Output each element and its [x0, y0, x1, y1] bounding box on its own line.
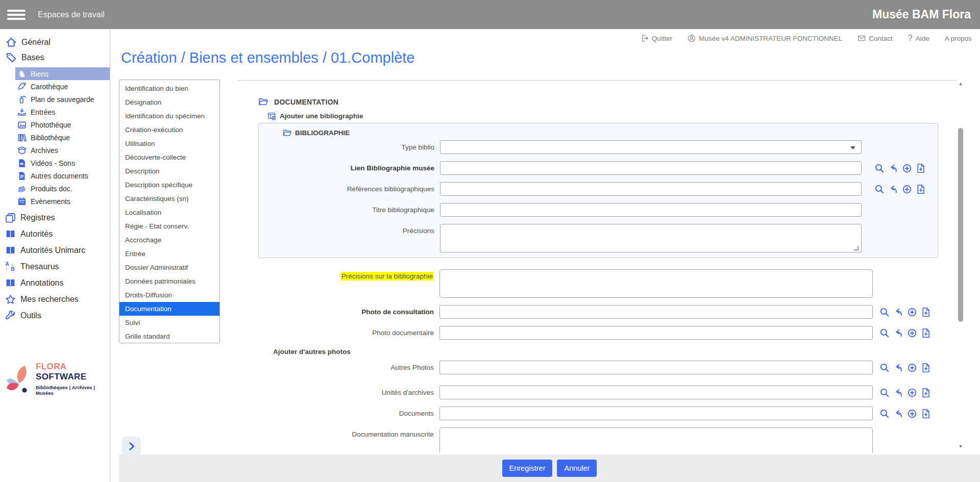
input-documents[interactable] — [439, 407, 873, 420]
section-item-documentation[interactable]: Documentation — [119, 302, 219, 316]
add-circle-icon[interactable] — [907, 328, 917, 338]
add-bibliography-link[interactable]: Ajouter une bibliographie — [267, 112, 957, 120]
sidebar-item-label: Annotations — [20, 278, 64, 288]
contact-link[interactable]: Contact — [857, 34, 893, 42]
section-item-localisation[interactable]: Localisation — [119, 206, 219, 219]
sidebar-item-outils[interactable]: Outils — [0, 308, 110, 324]
search-icon[interactable] — [879, 409, 890, 419]
resize-handle-icon[interactable] — [854, 246, 859, 250]
section-item-decouverte-collecte[interactable]: Découverte-collecte — [119, 150, 219, 164]
section-item-description-specifique[interactable]: Description spécifique — [119, 178, 219, 192]
section-item-creation-execution[interactable]: Création-exécution — [119, 123, 219, 137]
sidebar-item-registres[interactable]: Registres — [0, 210, 110, 226]
add-circle-icon[interactable] — [907, 388, 917, 398]
input-autres-photos[interactable] — [439, 361, 873, 374]
search-icon[interactable] — [874, 163, 885, 173]
save-button[interactable]: Enregistrer — [502, 460, 553, 477]
scroll-down-icon[interactable]: ▼ — [957, 444, 965, 449]
section-item-description[interactable]: Description — [119, 164, 219, 178]
expand-panel-button[interactable] — [122, 437, 141, 455]
add-circle-icon[interactable] — [902, 163, 912, 173]
undo-icon[interactable] — [893, 328, 903, 338]
section-item-suivi[interactable]: Suivi — [119, 316, 219, 329]
file-plus-icon[interactable] — [916, 184, 926, 194]
undo-icon[interactable] — [893, 388, 903, 398]
sidebar-item-annotations[interactable]: Annotations — [0, 275, 110, 291]
textarea-precisions-sur-la-bibliographie[interactable] — [439, 269, 873, 298]
input-lien-bibliographie-musee[interactable] — [440, 161, 862, 175]
search-icon[interactable] — [879, 307, 890, 317]
sidebar-item-evenements[interactable]: Evènements — [15, 195, 110, 208]
sidebar-item-entrees[interactable]: Entrées — [15, 106, 110, 118]
scrollbar-thumb[interactable] — [958, 128, 963, 322]
input-photo-documentaire[interactable] — [439, 326, 873, 340]
add-circle-icon[interactable] — [907, 307, 917, 317]
section-item-entree[interactable]: Entrée — [119, 247, 219, 261]
textarea-precisions[interactable] — [440, 224, 862, 252]
input-photo-de-consultation[interactable] — [439, 305, 873, 319]
sidebar-item-general[interactable]: Général — [0, 35, 110, 50]
sidebar-item-videos-sons[interactable]: Vidéos - Sons — [15, 157, 110, 169]
sidebar-item-bases[interactable]: Bases — [0, 50, 110, 65]
sidebar-item-biens[interactable]: ♞Biens — [15, 67, 110, 80]
section-item-identification-du-specimen[interactable]: Identification du spécimen — [119, 109, 219, 123]
file-plus-icon[interactable] — [921, 307, 931, 317]
section-item-regie-etat-conserv[interactable]: Régie - Etat conserv. — [119, 219, 219, 233]
workspace-label[interactable]: Espaces de travail — [38, 10, 105, 19]
sidebar-item-thesaurus[interactable]: A↓↑BThesaurus — [0, 259, 110, 275]
search-icon[interactable] — [879, 328, 890, 338]
section-item-utilisation[interactable]: Utilisation — [119, 137, 219, 150]
sidebar-item-archives[interactable]: Archives — [15, 144, 110, 157]
add-circle-icon[interactable] — [907, 409, 917, 419]
section-item-donnees-patrimoniales[interactable]: Données patrimoniales — [119, 274, 219, 288]
section-item-identification-du-bien[interactable]: Identification du bien — [119, 82, 219, 95]
input-unites-d-archives[interactable] — [439, 386, 873, 399]
input-titre-bibliographique[interactable] — [440, 203, 862, 217]
undo-icon[interactable] — [888, 184, 898, 194]
sidebar-item-carotheque[interactable]: Carothèque — [15, 80, 110, 93]
section-item-accrochage[interactable]: Accrochage — [119, 233, 219, 247]
section-item-grille-standard[interactable]: Grille standard — [119, 329, 219, 343]
sidebar-item-autorites[interactable]: Autorités — [0, 226, 110, 242]
form-scrollbar[interactable]: ▲ ▼ — [957, 80, 965, 453]
cancel-button[interactable]: Annuler — [557, 460, 597, 477]
hamburger-menu-icon[interactable] — [7, 8, 26, 22]
file-plus-icon[interactable] — [921, 388, 931, 398]
sidebar-item-produits-doc[interactable]: Produits doc. — [15, 182, 110, 195]
file-plus-icon[interactable] — [921, 328, 931, 338]
quit-link[interactable]: Quitter — [641, 34, 673, 42]
add-photos-header[interactable]: Ajouter d'autres photos — [259, 347, 957, 357]
person-icon — [688, 34, 696, 42]
undo-icon[interactable] — [893, 307, 903, 317]
sidebar-item-phototheque[interactable]: Photothèque — [15, 118, 110, 131]
input-references-bibliographiques[interactable] — [440, 182, 862, 196]
section-item-caracteristiques-sn[interactable]: Caractéristiques (sn) — [119, 192, 219, 206]
file-plus-icon[interactable] — [921, 363, 931, 373]
sidebar-item-bibliotheque[interactable]: Bibliothèque — [15, 131, 110, 144]
section-item-designation[interactable]: Désignation — [119, 95, 219, 109]
search-icon[interactable] — [879, 363, 890, 373]
search-icon[interactable] — [874, 184, 885, 194]
section-item-droits-diffusion[interactable]: Droits-Diffusion — [119, 288, 219, 302]
sidebar-item-plan-de-sauvegarde[interactable]: Plan de sauvegarde — [15, 93, 110, 106]
file-plus-icon[interactable] — [916, 163, 926, 173]
add-circle-icon[interactable] — [902, 184, 912, 194]
about-link[interactable]: A propos — [945, 35, 972, 42]
undo-icon[interactable] — [888, 163, 898, 173]
sidebar-item-mes-recherches[interactable]: Mes recherches — [0, 291, 110, 308]
sidebar-item-autres-documents[interactable]: Autres documents — [15, 169, 110, 182]
help-link[interactable]: ? Aide — [908, 34, 929, 43]
textarea-documentation-manuscrite[interactable] — [439, 427, 873, 453]
scroll-up-icon[interactable]: ▲ — [957, 81, 965, 86]
select-type-biblio[interactable] — [440, 140, 862, 154]
add-circle-icon[interactable] — [907, 363, 917, 373]
undo-icon[interactable] — [893, 363, 903, 373]
search-icon[interactable] — [879, 388, 890, 398]
action-bar: Enregistrer Annuler — [119, 454, 980, 482]
section-item-dossier-administratif[interactable]: Dossier Administratif — [119, 261, 219, 274]
file-plus-icon[interactable] — [921, 409, 931, 419]
sidebar-item-autorites-unimarc[interactable]: Autorités Unimarc — [0, 242, 110, 259]
undo-icon[interactable] — [893, 409, 903, 419]
top-bar: Espaces de travail Musée BAM Flora — [0, 0, 980, 29]
user-menu[interactable]: Musée v4 ADMINISTRATEUR FONCTIONNEL — [688, 34, 842, 42]
